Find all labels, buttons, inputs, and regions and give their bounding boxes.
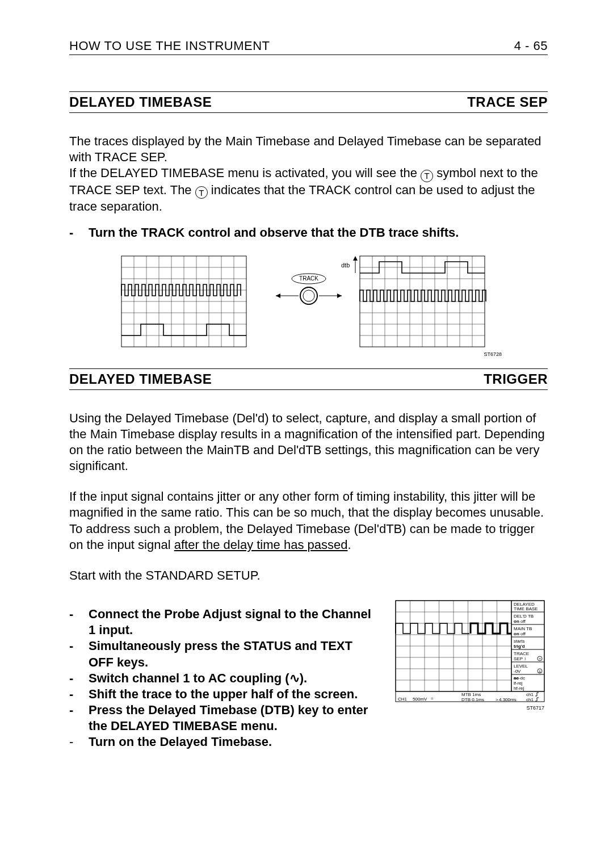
svg-point-23 [303, 290, 314, 301]
instruction-item: -Turn on the Delayed Timebase. [69, 734, 381, 750]
menu-item: hf-rej [514, 686, 524, 691]
menu-item: LEVEL [514, 664, 528, 669]
section-title-right: TRACE SEP [467, 94, 548, 110]
figure-scope-menu: DELAYED TIME BASE DEL'D TB on off MAIN T… [394, 599, 548, 713]
menu-title: TIME BASE [514, 606, 538, 611]
instruction-item: -Connect the Probe Adjust signal to the … [69, 606, 381, 638]
instruction-text: Connect the Probe Adjust signal to the C… [89, 606, 381, 638]
section2-paragraph-1: Using the Delayed Timebase (Del'd) to se… [69, 410, 548, 475]
status-text: DTB 0.1ms [461, 697, 484, 702]
status-text: CH1 [398, 697, 408, 702]
figure-id: ST6728 [484, 351, 502, 357]
svg-text:=: = [431, 696, 434, 701]
section2-paragraph-3: Start with the STANDARD SETUP. [69, 568, 548, 584]
dash-bullet: - [69, 225, 89, 241]
header-right: 4 - 65 [514, 39, 548, 53]
instruction-text: Turn the TRACK control and observe that … [89, 225, 548, 241]
menu-item: on off [514, 631, 526, 636]
dtb-label: dtb [341, 262, 350, 269]
status-text: 500mV [413, 697, 427, 702]
instruction-text: Press the Delayed Timebase (DTB) key to … [89, 702, 381, 734]
instruction-item: -Simultaneously press the STATUS and TEX… [69, 638, 381, 670]
status-text: 4.300ms [499, 697, 517, 702]
svg-marker-25 [353, 256, 358, 261]
menu-item: lf-rej [514, 681, 523, 686]
t-symbol-icon: T [195, 186, 208, 199]
underlined-text: after the delay time has passed [174, 538, 348, 552]
instruction-item: -Press the Delayed Timebase (DTB) key to… [69, 702, 381, 734]
menu-item: SEP ↕ [514, 656, 526, 661]
instruction-text: Turn on the Delayed Timebase. [89, 734, 381, 750]
status-text: ch1 [526, 697, 534, 702]
figure-svg: dtb TRACK [110, 250, 507, 358]
menu-item: TRACE [514, 651, 529, 656]
menu-item: trig'd [514, 644, 525, 649]
instruction-text: Simultaneously press the STATUS and TEXT… [89, 638, 381, 670]
running-header: HOW TO USE THE INSTRUMENT 4 - 65 [69, 39, 548, 55]
instruction-item: - Turn the TRACK control and observe tha… [69, 225, 548, 241]
instruction-text: Switch channel 1 to AC coupling (∿). [89, 670, 381, 686]
svg-marker-18 [276, 293, 280, 298]
svg-text:Δ: Δ [539, 670, 541, 673]
status-text: MTB 1ms [461, 692, 481, 697]
menu-item: -0V [514, 669, 521, 674]
track-label: TRACK [299, 275, 318, 282]
instruction-text: Shift the trace to the upper half of the… [89, 686, 381, 702]
body-text: . [347, 538, 351, 552]
t-symbol-icon: T [421, 170, 433, 182]
svg-text:>: > [496, 697, 498, 702]
section2-paragraph-2: If the input signal contains jitter or a… [69, 489, 548, 553]
menu-item: starts [514, 639, 525, 644]
section-title-left: DELAYED TIMEBASE [69, 371, 212, 387]
menu-item: on off [514, 619, 526, 624]
menu-item: DEL'D TB [514, 614, 534, 619]
ac-symbol-icon: ∿ [289, 671, 300, 685]
svg-text:T: T [539, 657, 541, 661]
section-title-right: TRIGGER [484, 371, 548, 387]
svg-marker-20 [337, 293, 342, 298]
section-title-left: DELAYED TIMEBASE [69, 94, 212, 110]
section-header-trigger: DELAYED TIMEBASE TRIGGER [69, 368, 548, 390]
section1-paragraph: The traces displayed by the Main Timebas… [69, 133, 548, 215]
menu-item: MAIN TB [514, 626, 532, 631]
status-text: ch1 [526, 692, 534, 697]
instruction-item: -Shift the trace to the upper half of th… [69, 686, 381, 702]
menu-item: ac-dc [514, 676, 525, 681]
header-left: HOW TO USE THE INSTRUMENT [69, 39, 270, 53]
instruction-item: -Switch channel 1 to AC coupling (∿). [69, 670, 381, 686]
body-text: The traces displayed by the Main Timebas… [69, 134, 541, 164]
figure-id: ST6717 [526, 705, 544, 711]
body-text: If the DELAYED TIMEBASE menu is activate… [69, 166, 421, 180]
section-header-trace-sep: DELAYED TIMEBASE TRACE SEP [69, 91, 548, 113]
figure-track-knob: dtb TRACK [69, 250, 548, 358]
